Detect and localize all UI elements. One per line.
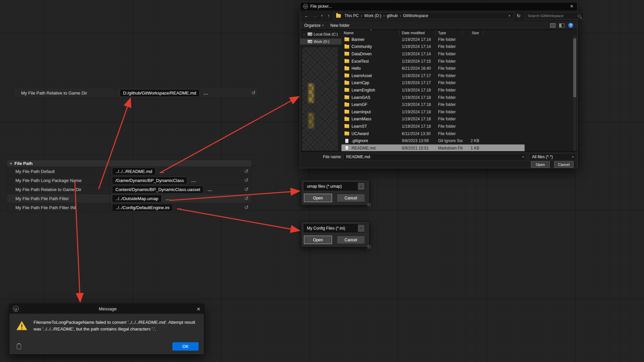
close-icon[interactable]: × bbox=[197, 306, 200, 312]
tree-item-work-d[interactable]: Work (D:) bbox=[300, 39, 341, 45]
property-value-input[interactable]: ../../Config/DefaultEngine.ini bbox=[112, 204, 173, 212]
expand-icon[interactable]: › bbox=[304, 33, 306, 36]
file-name-cell: LearnInput bbox=[341, 110, 399, 114]
resize-grip[interactable] bbox=[367, 245, 371, 248]
close-icon[interactable]: × bbox=[569, 4, 574, 9]
file-row[interactable]: LearnMass 1/19/2024 17:18 File folder bbox=[341, 116, 525, 123]
property-value-input[interactable]: ../../OutsideMap.umap bbox=[112, 195, 162, 202]
search-box[interactable] bbox=[525, 12, 584, 19]
property-value-input[interactable]: Content/Dynamic/BP_DynamicClass.uasset bbox=[112, 186, 204, 193]
file-row[interactable]: README.md 6/9/2021 15:51 Markdown File 1… bbox=[341, 144, 525, 152]
organize-button[interactable]: Organize ▾ bbox=[304, 23, 324, 28]
open-button[interactable]: Open bbox=[304, 194, 332, 202]
breadcrumb-work-d[interactable]: Work (D:) bbox=[362, 13, 383, 18]
address-bar[interactable]: This PC › Work (D:) › github › GitWorksp… bbox=[333, 12, 514, 19]
browse-button[interactable]: ... bbox=[166, 196, 170, 201]
up-icon[interactable]: ↑ bbox=[325, 13, 332, 18]
file-row[interactable]: Community 1/19/2024 17:14 File folder bbox=[341, 43, 525, 51]
file-name: ExcelTest bbox=[352, 59, 369, 64]
breadcrumb-gitworkspace[interactable]: GitWorkspace bbox=[401, 13, 430, 18]
address-dropdown-icon[interactable]: ▾ bbox=[507, 14, 512, 17]
redacted-block bbox=[308, 83, 314, 103]
file-row[interactable]: LearnEnglish 1/19/2024 17:18 File folder bbox=[341, 86, 525, 94]
reset-to-default-icon[interactable]: ↺ bbox=[244, 186, 249, 192]
file-row[interactable]: LearnInput 1/19/2024 17:18 File folder bbox=[341, 108, 525, 116]
file-type-dropdown[interactable]: All files (*.*) ▾ bbox=[529, 153, 576, 161]
ok-button[interactable]: OK bbox=[172, 342, 199, 351]
file-name: Banner bbox=[352, 37, 365, 42]
help-icon[interactable]: ? bbox=[568, 23, 573, 28]
back-icon[interactable]: ← bbox=[303, 13, 310, 18]
property-value-input[interactable]: /Game/Dynamic/BP_DynamicClass bbox=[112, 177, 187, 184]
file-row[interactable]: .gitignore 9/8/2023 13:59 Git Ignore Sou… bbox=[341, 137, 525, 144]
breadcrumb-github[interactable]: github bbox=[385, 13, 400, 18]
file-name: LearnCpp bbox=[352, 80, 369, 85]
file-type: File folder bbox=[436, 80, 463, 85]
file-row[interactable]: LearnCpp 1/19/2024 17:17 File folder bbox=[341, 79, 525, 87]
open-button[interactable]: Open bbox=[304, 236, 332, 244]
reset-to-default-icon[interactable]: ↺ bbox=[244, 204, 249, 210]
preview-pane-icon[interactable] bbox=[559, 23, 565, 27]
copy-to-clipboard-icon[interactable] bbox=[17, 344, 21, 349]
file-name-cell: DataDriven bbox=[341, 52, 399, 56]
reset-to-default-icon[interactable]: ↺ bbox=[244, 168, 249, 174]
scrollbar-thumb[interactable] bbox=[573, 39, 576, 97]
file-name: .gitignore bbox=[352, 138, 368, 143]
reset-to-default-icon[interactable]: ↺ bbox=[244, 177, 249, 183]
property-value-input[interactable]: ../../../README.md bbox=[112, 168, 156, 175]
recent-locations-dropdown-icon[interactable]: ▾ bbox=[320, 14, 324, 17]
section-title: File Path bbox=[14, 161, 33, 166]
file-row[interactable]: LearnGF 1/19/2024 17:18 File folder bbox=[341, 101, 525, 108]
change-view-icon[interactable] bbox=[550, 23, 555, 27]
view-controls: ? bbox=[550, 23, 573, 28]
file-date: 1/19/2024 17:18 bbox=[399, 95, 436, 100]
file-type-filter-dropdown[interactable]: umap files (*.umap) ▾ bbox=[304, 182, 365, 190]
file-type: File folder bbox=[436, 66, 463, 71]
browse-button[interactable]: ... bbox=[191, 178, 196, 183]
file-name-cell: LearnMass bbox=[341, 117, 399, 121]
selected-value: README.md bbox=[343, 155, 520, 159]
search-input[interactable] bbox=[525, 14, 578, 18]
resize-grip[interactable] bbox=[367, 203, 371, 206]
message-dialog: U Message × FilenameToLongPackageName fa… bbox=[9, 304, 204, 355]
file-name-input[interactable]: README.md ▾ bbox=[343, 153, 526, 161]
file-row[interactable]: LearnST 1/19/2024 17:18 File folder bbox=[341, 123, 525, 130]
file-row[interactable]: ExcelTest 1/19/2024 17:15 File folder bbox=[341, 58, 525, 65]
file-row[interactable]: Banner 1/19/2024 17:14 File folder bbox=[341, 36, 525, 43]
file-row[interactable]: LearnAsset 1/19/2024 17:17 File folder bbox=[341, 72, 525, 79]
file-name: UCAward bbox=[352, 131, 369, 136]
title-bar[interactable]: U File picker... × bbox=[300, 2, 577, 10]
forward-icon[interactable]: → bbox=[311, 13, 319, 18]
title-bar[interactable]: U Message × bbox=[9, 304, 204, 314]
browse-button[interactable]: ... bbox=[160, 169, 164, 174]
column-header-date-modified[interactable]: Date modified bbox=[399, 30, 436, 36]
refresh-icon[interactable]: ↻ bbox=[515, 13, 522, 18]
file-path-input[interactable]: D:/github/GitWorkspace/README.md bbox=[120, 89, 200, 97]
new-folder-button[interactable]: New folder bbox=[330, 23, 350, 28]
file-type-filter-dropdown[interactable]: My Config Files (*.ini) ▾ bbox=[304, 224, 365, 232]
breadcrumb-this-pc[interactable]: This PC bbox=[342, 13, 361, 18]
file-path-section-header[interactable]: ▾ File Path bbox=[7, 160, 252, 167]
browse-button[interactable]: ... bbox=[208, 187, 212, 192]
scrollbar[interactable] bbox=[573, 36, 576, 152]
file-row[interactable]: DataDriven 1/19/2024 17:14 File folder bbox=[341, 50, 525, 58]
column-header-name[interactable]: ^ Name bbox=[341, 30, 399, 36]
file-type: File folder bbox=[436, 37, 463, 42]
file-date: 6/9/2021 15:51 bbox=[399, 146, 436, 150]
tree-item-local-disk-c[interactable]: › Local Disk (C:) bbox=[300, 31, 341, 37]
file-row[interactable]: Hello 6/21/2024 16:40 File folder bbox=[341, 65, 525, 72]
cancel-button[interactable]: Cancel bbox=[337, 194, 365, 202]
reset-to-default-icon[interactable]: ↺ bbox=[244, 195, 249, 201]
cancel-button[interactable]: Cancel bbox=[554, 161, 574, 168]
reset-to-default-icon[interactable]: ↺ bbox=[251, 90, 256, 96]
open-button[interactable]: Open bbox=[531, 161, 550, 168]
column-header-size[interactable]: Size bbox=[463, 30, 483, 36]
browse-button[interactable]: ... bbox=[177, 205, 181, 210]
cancel-button[interactable]: Cancel bbox=[337, 236, 365, 244]
file-type: Git Ignore Source ... bbox=[436, 138, 463, 143]
file-row[interactable]: LearnGAS 1/19/2024 17:18 File folder bbox=[341, 94, 525, 101]
file-row[interactable]: UCAward 6/11/2024 13:30 File folder bbox=[341, 130, 525, 137]
column-label: Name bbox=[344, 31, 354, 35]
column-header-type[interactable]: Type bbox=[436, 30, 463, 36]
browse-button[interactable]: ... bbox=[204, 90, 208, 96]
